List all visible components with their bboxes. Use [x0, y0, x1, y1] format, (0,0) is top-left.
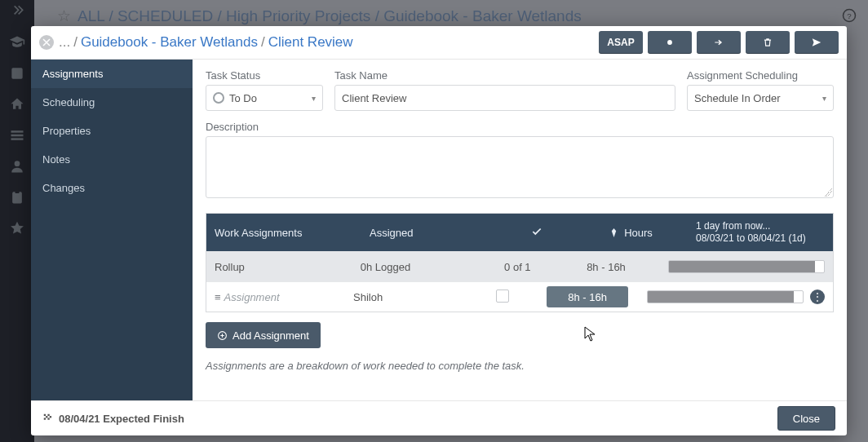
- task-status-select[interactable]: To Do ▾: [206, 85, 323, 111]
- wa-rollup-row: Rollup 0h Logged 0 of 1 8h - 16h: [206, 251, 833, 281]
- tab-assignments[interactable]: Assignments: [31, 60, 193, 88]
- assignment-hours-chip[interactable]: 8h - 16h: [547, 286, 628, 307]
- close-icon[interactable]: [39, 35, 54, 50]
- record-button[interactable]: [648, 31, 692, 54]
- caret-down-icon: ▾: [312, 94, 316, 103]
- caret-down-icon: ▾: [822, 94, 826, 103]
- svg-rect-14: [50, 416, 51, 418]
- tab-scheduling[interactable]: Scheduling: [31, 88, 193, 117]
- task-modal: ... / Guidebook - Baker Wetlands / Clien…: [31, 26, 847, 435]
- modal-sidebar: Assignments Scheduling Properties Notes …: [31, 60, 193, 400]
- row-info-icon[interactable]: ⋮: [810, 290, 825, 304]
- work-assignments-table: Work Assignments Assigned Hours 1 day fr…: [206, 213, 834, 312]
- assignment-sched-label: Assignment Scheduling: [687, 69, 834, 82]
- tab-changes[interactable]: Changes: [31, 174, 193, 202]
- svg-rect-16: [47, 418, 49, 419]
- tab-properties[interactable]: Properties: [31, 117, 193, 145]
- tab-notes[interactable]: Notes: [31, 145, 193, 174]
- wa-col-schedule: 1 day from now... 08/03/21 to 08/04/21 (…: [688, 220, 833, 245]
- svg-rect-12: [47, 414, 49, 416]
- breadcrumb-current: Client Review: [268, 34, 353, 51]
- wa-col-check: [500, 226, 574, 240]
- add-assignment-button[interactable]: Add Assignment: [206, 322, 321, 348]
- assignment-sched-select[interactable]: Schedule In Order ▾: [687, 85, 834, 111]
- expected-finish-text: 08/04/21 Expected Finish: [59, 413, 184, 425]
- breadcrumb-ellipsis[interactable]: ...: [59, 34, 70, 51]
- drag-handle-icon[interactable]: ≡: [215, 291, 221, 303]
- wa-row[interactable]: ≡ Assignment Shiloh 8h - 16h ⋮: [206, 281, 833, 312]
- wa-col-assigned: Assigned: [361, 227, 500, 239]
- trash-button[interactable]: [746, 31, 790, 54]
- forward-button[interactable]: [697, 31, 741, 54]
- rollup-check: 0 of 1: [483, 261, 552, 273]
- close-button[interactable]: Close: [777, 406, 835, 431]
- rollup-hours: 8h - 16h: [552, 261, 660, 273]
- task-status-label: Task Status: [206, 69, 323, 82]
- assignment-assignee[interactable]: Shiloh: [345, 291, 469, 303]
- rollup-progress-bar: [668, 260, 825, 273]
- description-label: Description: [206, 121, 834, 133]
- plus-circle-icon: [217, 330, 228, 341]
- asap-button[interactable]: ASAP: [599, 31, 643, 54]
- task-name-input[interactable]: Client Review: [334, 85, 675, 111]
- rollup-assigned: 0h Logged: [352, 261, 483, 273]
- modal-header: ... / Guidebook - Baker Wetlands / Clien…: [31, 26, 847, 60]
- flag-finish-icon: [42, 413, 54, 424]
- assignment-name-input[interactable]: Assignment: [224, 291, 280, 303]
- wa-header-row: Work Assignments Assigned Hours 1 day fr…: [206, 214, 833, 251]
- svg-rect-15: [44, 418, 46, 419]
- status-dot-icon: [213, 92, 224, 104]
- modal-content: Task Status To Do ▾ Task Name Client Rev…: [193, 60, 847, 400]
- modal-breadcrumb: ... / Guidebook - Baker Wetlands / Clien…: [59, 34, 353, 51]
- wa-col-name: Work Assignments: [206, 227, 361, 239]
- assignment-checkbox[interactable]: [496, 290, 509, 303]
- check-icon: [531, 226, 542, 237]
- wa-col-hours: Hours: [574, 227, 688, 239]
- svg-rect-11: [44, 414, 46, 416]
- modal-footer: 08/04/21 Expected Finish Close: [31, 400, 847, 435]
- diamond-icon: [609, 228, 619, 238]
- send-button[interactable]: [795, 31, 839, 54]
- svg-point-9: [667, 40, 672, 45]
- svg-rect-13: [46, 416, 47, 418]
- resize-grip-icon[interactable]: [824, 188, 832, 197]
- assignment-progress-bar[interactable]: [647, 290, 804, 303]
- breadcrumb-parent[interactable]: Guidebook - Baker Wetlands: [81, 34, 258, 51]
- rollup-label: Rollup: [206, 261, 352, 273]
- description-textarea[interactable]: [206, 136, 834, 198]
- task-name-label: Task Name: [334, 69, 675, 82]
- assignments-hint: Assignments are a breakdown of work need…: [206, 360, 834, 372]
